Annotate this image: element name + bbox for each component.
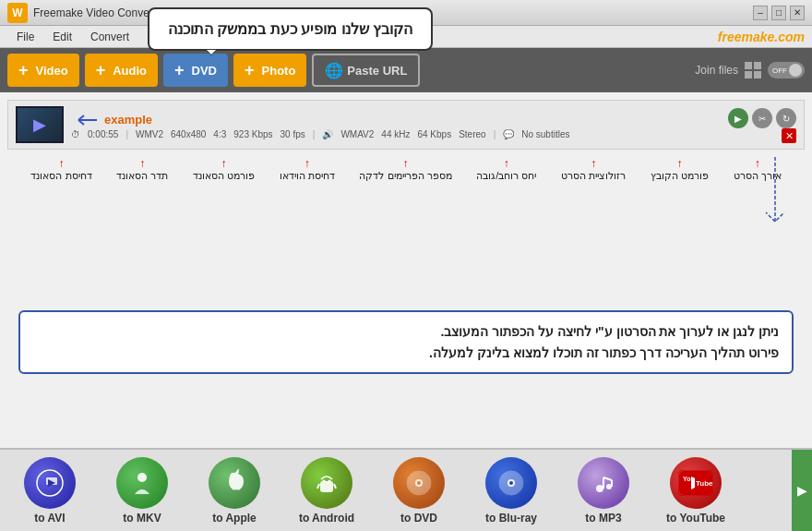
arrow-audio-format: ↑ xyxy=(193,157,255,170)
minimize-button[interactable]: – xyxy=(753,6,768,20)
content-area: ▶ example ⏱ 0:00:55 | WM xyxy=(0,92,812,448)
format-mkv-button[interactable]: to MKV xyxy=(96,453,188,528)
svg-text:You: You xyxy=(683,476,695,482)
dvd-svg xyxy=(404,468,434,498)
android-icon xyxy=(301,457,352,509)
subtitles: No subtitles xyxy=(521,129,569,139)
label-video-fps: ↑ דחיסת הוידאו xyxy=(280,157,335,182)
app-window: הקובץ שלנו מופיע כעת בממשק התוכנה W Free… xyxy=(0,0,812,531)
join-label: Join files xyxy=(695,64,738,77)
arrow-resolution: ↑ xyxy=(561,157,626,170)
label-audio-press: ↑ דחיסת הסאונד xyxy=(30,157,91,182)
arrow-format: ↑ xyxy=(651,157,709,170)
svg-point-7 xyxy=(137,473,147,482)
format-dvd-button[interactable]: to DVD xyxy=(373,453,465,528)
toggle-label: OFF xyxy=(772,66,787,75)
svg-rect-0 xyxy=(745,62,752,69)
play-action-button[interactable]: ▶ xyxy=(728,108,748,128)
join-toggle[interactable]: OFF xyxy=(768,62,805,78)
audio-kbps: 64 Kbps xyxy=(417,129,451,139)
tooltip-bubble: הקובץ שלנו מופיע כעת בממשק התוכנה xyxy=(148,7,433,51)
mkv-svg xyxy=(127,468,157,498)
add-audio-button[interactable]: + Audio xyxy=(85,54,158,87)
info-line2: פירוט תהליך העריכה דרך כפתור זה תוכלו למ… xyxy=(33,343,779,363)
label-frames: ↑ מספר הפריימים לדקה xyxy=(359,157,451,182)
toolbar: + Video + Audio + DVD + Photo 🌐 Paste UR… xyxy=(0,48,812,92)
format-avi-button[interactable]: to AVI xyxy=(4,453,96,528)
paste-url-button[interactable]: 🌐 Paste URL xyxy=(312,54,420,87)
add-photo-button[interactable]: + Photo xyxy=(233,54,306,87)
file-resolution: 640x480 xyxy=(171,129,206,139)
menu-file[interactable]: File xyxy=(7,29,43,45)
file-section: ▶ example ⏱ 0:00:55 | WM xyxy=(0,92,812,182)
info-line1: ניתן לנגן או לערוך את הסרטון ע"י לחיצה ע… xyxy=(33,321,779,342)
label-resolution: ↑ רזולוציית הסרט xyxy=(561,157,626,182)
cut-action-button[interactable]: ✂ xyxy=(752,108,772,128)
plus-icon: + xyxy=(18,61,29,80)
file-aspect: 4:3 xyxy=(213,129,226,139)
android-label: to Android xyxy=(299,512,354,525)
scroll-right-button[interactable]: ▶ xyxy=(792,450,812,531)
menu-edit[interactable]: Edit xyxy=(43,29,81,45)
file-bitrate: 923 Kbps xyxy=(233,129,272,139)
android-svg xyxy=(312,468,341,498)
plus-icon: + xyxy=(96,61,106,80)
apple-icon xyxy=(209,457,260,509)
mp3-svg xyxy=(589,468,618,498)
menu-convert[interactable]: Convert xyxy=(81,29,138,45)
edit-button-arrow xyxy=(757,157,794,249)
label-audio-order: ↑ תדר הסאונד xyxy=(116,157,168,182)
svg-rect-3 xyxy=(754,71,761,78)
maximize-button[interactable]: □ xyxy=(771,6,786,20)
menu-brand: freemake.com xyxy=(718,30,805,44)
mp3-label: to MP3 xyxy=(585,512,621,525)
file-info-row: ⏱ 0:00:55 | WMV2 640x480 4:3 923 Kbps 30… xyxy=(71,129,796,139)
globe-icon: 🌐 xyxy=(325,62,343,79)
title-controls: – □ ✕ xyxy=(753,6,805,20)
youtube-label: to YouTube xyxy=(666,512,725,525)
file-close-button[interactable]: ✕ xyxy=(782,128,796,143)
join-grid-icon xyxy=(744,61,762,79)
separator3: | xyxy=(494,129,496,139)
bluray-label: to Blu-ray xyxy=(485,512,537,525)
photo-label: Photo xyxy=(262,64,296,78)
add-video-button[interactable]: + Video xyxy=(7,54,79,87)
labels-row: ↑ אורך הסרט ↑ פורמט הקובץ ↑ רזולוציית הס… xyxy=(0,157,812,182)
label-file-format: ↑ פורמט הקובץ xyxy=(651,157,709,182)
title-bar-left: W Freemake Video Converter xyxy=(7,3,166,23)
url-label: Paste URL xyxy=(347,64,407,78)
svg-line-11 xyxy=(317,484,319,489)
file-fps: 30 fps xyxy=(281,129,305,139)
separator1: | xyxy=(125,129,128,139)
label-ratio: ↑ יחס רוחב/גובה xyxy=(476,157,536,182)
format-youtube-button[interactable]: You Tube to YouTube xyxy=(650,453,742,528)
arrow-audio-press: ↑ xyxy=(30,157,91,170)
file-name: example xyxy=(104,113,152,127)
label-audio-format: ↑ פורמט הסאונד xyxy=(193,157,255,182)
close-button[interactable]: ✕ xyxy=(790,6,805,20)
subtitle-icon: 💬 xyxy=(503,129,514,139)
format-apple-button[interactable]: to Apple xyxy=(188,453,281,528)
youtube-svg: You Tube xyxy=(678,470,713,496)
add-dvd-button[interactable]: + DVD xyxy=(163,54,228,87)
refresh-action-button[interactable]: ↻ xyxy=(776,108,796,128)
format-bluray-button[interactable]: to Blu-ray xyxy=(465,453,557,528)
audio-hz: 44 kHz xyxy=(381,129,410,139)
arrow-ratio: ↑ xyxy=(476,157,536,170)
video-label: Video xyxy=(36,64,68,78)
file-format: WMV2 xyxy=(136,129,163,139)
format-android-button[interactable]: to Android xyxy=(281,453,373,528)
svg-line-22 xyxy=(603,477,612,480)
svg-rect-1 xyxy=(754,62,761,69)
format-mp3-button[interactable]: to MP3 xyxy=(557,453,650,528)
svg-point-15 xyxy=(417,481,421,485)
audio-channels: Stereo xyxy=(459,129,485,139)
mkv-label: to MKV xyxy=(123,512,161,525)
youtube-icon: You Tube xyxy=(670,457,722,509)
arrow-audio-order: ↑ xyxy=(116,157,168,170)
separator2: | xyxy=(313,129,316,139)
mkv-icon xyxy=(116,457,168,509)
apple-label: to Apple xyxy=(212,512,257,525)
app-title: Freemake Video Converter xyxy=(33,6,166,19)
dvd-icon xyxy=(393,457,445,509)
